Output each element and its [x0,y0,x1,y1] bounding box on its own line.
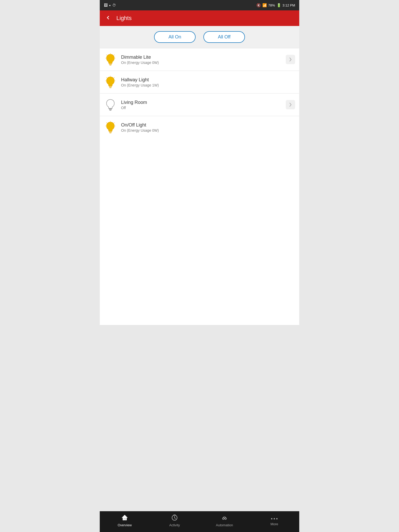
device-status: On (Energy Usage 1W) [121,83,295,87]
nav-activity-label: Activity [169,523,180,527]
home-icon [121,514,128,522]
activity-icon [171,514,178,522]
automation-icon [221,514,228,522]
bulb-on-icon [104,53,117,66]
device-name: On/Off Light [121,122,295,128]
bulb-on-icon [104,76,117,89]
device-item-onoff-light[interactable]: On/Off Light On (Energy Usage 0W) [100,116,299,138]
svg-point-31 [271,518,272,519]
empty-area [100,325,299,511]
nav-automation[interactable]: Automation [200,512,249,529]
nav-automation-label: Automation [216,523,233,527]
device-info-onoff-light: On/Off Light On (Energy Usage 0W) [117,122,295,132]
svg-line-6 [107,55,107,55]
nav-overview-label: Overview [118,523,132,527]
bulb-on-icon [104,121,117,134]
device-name: Living Room [121,100,286,105]
svg-line-7 [114,55,115,55]
battery-icon: 🔋 [277,3,281,7]
nav-more[interactable]: More [249,513,299,528]
nav-activity[interactable]: Activity [150,512,200,529]
nav-overview[interactable]: Overview [100,512,150,529]
back-button[interactable] [104,14,112,23]
mute-icon: 🔇 [256,3,261,7]
device-item-living-room[interactable]: Living Room Off [100,94,299,116]
status-bar: 🖼 ● ⏱ 🔇 📶 78% 🔋 3:12 PM [100,0,299,10]
device-status: Off [121,106,286,110]
svg-line-14 [107,77,107,78]
svg-point-32 [274,518,275,519]
all-on-button[interactable]: All On [154,31,196,43]
page-title: Lights [116,15,132,22]
clock: 3:12 PM [283,3,295,7]
status-bar-right: 🔇 📶 78% 🔋 3:12 PM [256,3,295,7]
dot-icon: ● [109,4,111,7]
chevron-icon [286,100,295,109]
device-info-dimmable-lite: Dimmable Lite On (Energy Usage 0W) [117,55,286,65]
svg-line-15 [114,77,115,78]
device-item-dimmable-lite[interactable]: Dimmable Lite On (Energy Usage 0W) [100,48,299,71]
device-status: On (Energy Usage 0W) [121,61,286,65]
page-header: Lights [100,10,299,26]
chevron-icon [286,55,295,64]
photo-icon: 🖼 [104,3,108,7]
all-off-button[interactable]: All Off [203,31,245,43]
device-info-hallway-light: Hallway Light On (Energy Usage 1W) [117,77,295,87]
svg-point-33 [276,518,278,519]
controls-bar: All On All Off [100,26,299,48]
status-bar-left: 🖼 ● ⏱ [104,3,116,7]
device-status: On (Energy Usage 0W) [121,128,295,132]
bottom-nav: Overview Activity Automation [100,511,299,532]
device-item-hallway-light[interactable]: Hallway Light On (Energy Usage 1W) [100,71,299,94]
device-name: Hallway Light [121,77,295,83]
nav-more-label: More [270,522,278,526]
svg-line-26 [114,123,115,123]
battery-level: 78% [268,3,275,7]
device-name: Dimmable Lite [121,55,286,60]
wifi-icon: 📶 [262,3,267,7]
device-list: Dimmable Lite On (Energy Usage 0W) [100,48,299,325]
bulb-off-icon [104,98,117,111]
more-icon [271,515,278,521]
device-info-living-room: Living Room Off [117,100,286,110]
sync-icon: ⏱ [112,3,116,7]
svg-line-25 [107,123,107,123]
